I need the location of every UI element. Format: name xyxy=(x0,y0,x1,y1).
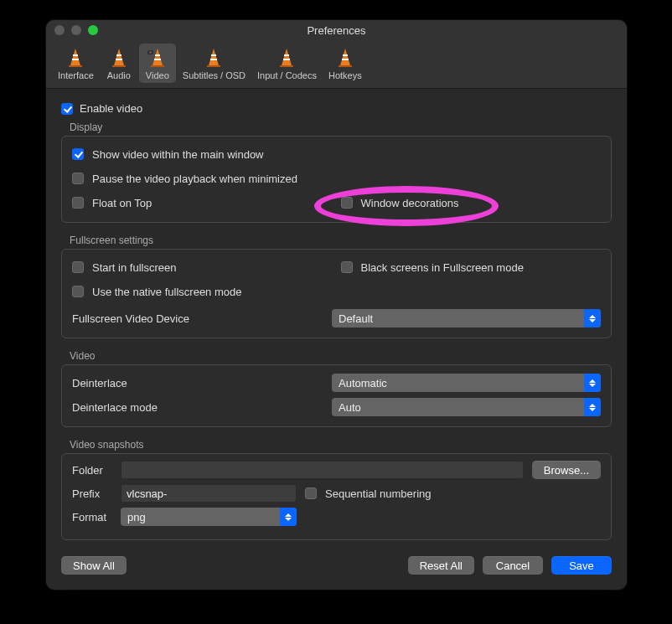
maximize-icon[interactable] xyxy=(88,25,98,35)
video-panel: Deinterlace Automatic Deinterlace mode A… xyxy=(61,364,612,427)
svg-rect-17 xyxy=(210,59,217,60)
svg-rect-3 xyxy=(72,59,79,60)
deinterlace-label: Deinterlace xyxy=(72,377,323,389)
svg-marker-14 xyxy=(209,49,219,65)
svg-rect-21 xyxy=(283,59,290,60)
svg-marker-4 xyxy=(114,49,124,65)
prefs-toolbar: Interface Audio Video Subtitles / OSD In… xyxy=(46,40,627,89)
float-on-top-checkbox[interactable] xyxy=(72,197,84,209)
sequential-label: Sequential numbering xyxy=(325,487,431,500)
svg-rect-7 xyxy=(116,59,122,60)
close-icon[interactable] xyxy=(54,25,65,35)
display-section-title: Display xyxy=(61,121,612,136)
cancel-button[interactable]: Cancel xyxy=(483,556,543,575)
enable-video-label: Enable video xyxy=(80,102,142,115)
deinterlace-select[interactable]: Automatic xyxy=(332,374,601,392)
tab-subtitles-osd[interactable]: Subtitles / OSD xyxy=(178,44,251,83)
tab-video[interactable]: Video xyxy=(139,44,176,83)
tab-label: Input / Codecs xyxy=(257,70,317,80)
fullscreen-device-select[interactable]: Default xyxy=(332,309,601,327)
svg-point-13 xyxy=(149,51,151,53)
svg-marker-22 xyxy=(340,49,350,65)
fullscreen-device-value: Default xyxy=(339,312,373,325)
window-decorations-label: Window decorations xyxy=(361,197,459,209)
svg-rect-23 xyxy=(339,65,352,67)
folder-label: Folder xyxy=(72,464,112,477)
save-button[interactable]: Save xyxy=(551,556,612,575)
cone-icon xyxy=(277,47,297,69)
video-section-title: Video xyxy=(61,350,612,364)
tab-hotkeys[interactable]: Hotkeys xyxy=(323,44,367,83)
black-screens-checkbox[interactable] xyxy=(341,261,353,273)
svg-rect-25 xyxy=(342,59,349,60)
show-all-button[interactable]: Show All xyxy=(61,556,127,575)
start-fullscreen-label: Start in fullscreen xyxy=(92,261,176,274)
svg-rect-16 xyxy=(211,54,216,56)
prefix-input[interactable] xyxy=(121,484,297,503)
prefix-label: Prefix xyxy=(72,487,112,500)
black-screens-label: Black screens in Fullscreen mode xyxy=(361,261,524,274)
tab-label: Subtitles / OSD xyxy=(183,70,246,80)
tab-interface[interactable]: Interface xyxy=(53,44,99,83)
show-in-main-checkbox[interactable] xyxy=(72,148,84,160)
svg-rect-24 xyxy=(343,54,348,56)
enable-video-row: Enable video xyxy=(61,102,612,115)
footer: Show All Reset All Cancel Save xyxy=(46,544,627,590)
preferences-window: Preferences Interface Audio Video Subtit… xyxy=(46,20,627,590)
format-select[interactable]: png xyxy=(121,508,297,526)
svg-marker-18 xyxy=(282,49,292,65)
window-controls xyxy=(54,25,98,35)
tab-label: Hotkeys xyxy=(328,70,362,80)
fullscreen-device-label: Fullscreen Video Device xyxy=(72,312,323,325)
deinterlace-mode-select[interactable]: Auto xyxy=(332,398,601,416)
pause-minimized-checkbox[interactable] xyxy=(72,173,84,184)
tab-label: Video xyxy=(146,70,169,80)
svg-rect-10 xyxy=(155,54,160,56)
format-value: png xyxy=(127,511,146,523)
enable-video-checkbox[interactable] xyxy=(61,103,73,115)
tab-label: Interface xyxy=(58,70,94,80)
tab-input-codecs[interactable]: Input / Codecs xyxy=(252,44,322,83)
cone-icon xyxy=(109,47,129,69)
fullscreen-section-title: Fullscreen settings xyxy=(61,235,612,249)
content-area: Enable video Display Show video within t… xyxy=(46,89,627,544)
titlebar: Preferences xyxy=(46,20,627,40)
svg-rect-6 xyxy=(116,54,121,56)
cone-icon xyxy=(65,47,85,69)
start-fullscreen-checkbox[interactable] xyxy=(72,261,84,273)
svg-rect-15 xyxy=(207,65,220,67)
svg-rect-9 xyxy=(151,65,164,67)
snapshots-section-title: Video snapshots xyxy=(61,439,612,453)
float-on-top-label: Float on Top xyxy=(92,197,152,209)
cone-icon xyxy=(335,47,355,69)
deinterlace-mode-value: Auto xyxy=(339,401,361,414)
deinterlace-value: Automatic xyxy=(339,377,387,389)
native-fullscreen-label: Use the native fullscreen mode xyxy=(92,286,241,298)
fullscreen-panel: Start in fullscreen Black screens in Ful… xyxy=(61,249,612,338)
show-in-main-label: Show video within the main window xyxy=(92,148,264,161)
svg-marker-8 xyxy=(152,49,163,65)
window-decorations-checkbox[interactable] xyxy=(341,197,353,209)
pause-minimized-label: Pause the video playback when minimized xyxy=(92,173,297,185)
sequential-checkbox[interactable] xyxy=(305,487,317,499)
tab-label: Audio xyxy=(107,70,131,80)
minimize-icon[interactable] xyxy=(71,25,81,35)
svg-rect-20 xyxy=(284,54,289,56)
deinterlace-mode-label: Deinterlace mode xyxy=(72,401,323,414)
tab-audio[interactable]: Audio xyxy=(101,44,137,83)
svg-rect-1 xyxy=(69,65,82,67)
folder-input[interactable] xyxy=(121,461,524,479)
reset-all-button[interactable]: Reset All xyxy=(408,556,474,575)
cone-icon xyxy=(204,47,224,69)
svg-rect-19 xyxy=(280,65,293,67)
display-panel: Show video within the main window Pause … xyxy=(61,136,612,223)
native-fullscreen-checkbox[interactable] xyxy=(72,286,84,297)
svg-marker-0 xyxy=(70,49,80,65)
svg-rect-11 xyxy=(154,59,161,60)
browse-button[interactable]: Browse... xyxy=(532,461,601,479)
snapshots-panel: Folder Browse... Prefix Sequential numbe… xyxy=(61,453,612,540)
svg-rect-2 xyxy=(73,54,78,56)
svg-rect-5 xyxy=(112,65,126,67)
format-label: Format xyxy=(72,511,112,523)
cone-icon xyxy=(147,47,168,69)
